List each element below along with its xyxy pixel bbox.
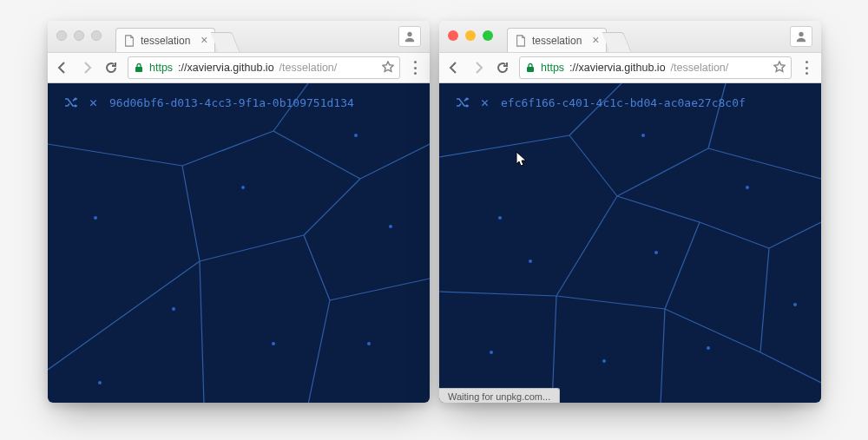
page-favicon-icon [515,35,527,47]
nav-forward-button[interactable] [470,60,486,76]
svg-line-30 [708,148,821,179]
voronoi-canvas[interactable] [48,83,430,403]
svg-point-0 [407,32,411,36]
shuffle-icon[interactable] [63,95,77,109]
svg-line-10 [304,179,360,235]
svg-point-51 [490,351,493,354]
svg-line-37 [700,222,769,248]
svg-point-16 [172,307,175,311]
shuffle-icon[interactable] [455,95,469,109]
svg-point-46 [654,251,658,254]
close-window-icon[interactable] [448,30,458,41]
lock-icon [525,62,536,73]
svg-line-34 [556,296,665,309]
reload-button[interactable] [495,60,510,76]
browser-tab[interactable]: tesselation × [115,28,215,52]
svg-line-31 [556,196,617,296]
bookmark-star-icon[interactable] [773,61,786,76]
bookmark-star-icon[interactable] [382,61,394,76]
svg-point-50 [602,359,606,363]
reload-button[interactable] [103,60,119,76]
url-path: /tesselation/ [279,62,338,74]
menu-kebab-icon[interactable] [800,59,814,76]
svg-point-15 [94,216,97,220]
page-viewport[interactable]: ✕ efc6f166-c401-4c1c-bd04-ac0ae27c8c0f W… [439,83,821,403]
svg-line-42 [661,309,665,403]
svg-line-2 [48,144,182,166]
svg-line-9 [200,235,304,261]
svg-line-40 [760,352,821,383]
svg-point-21 [367,342,371,345]
tab-close-icon[interactable]: × [592,34,599,46]
browser-window-right: tesselation × https ://xaviervia.github.… [439,21,821,403]
svg-line-5 [273,131,360,179]
svg-line-26 [569,83,621,135]
svg-line-11 [304,235,330,300]
stage: tesselation × https ://xaviervia.github.… [0,0,868,440]
address-bar[interactable]: https ://xaviervia.github.io /tesselatio… [519,56,792,79]
nav-back-button[interactable] [55,60,70,76]
url-protocol: https [149,62,173,74]
traffic-lights[interactable] [56,30,102,41]
svg-line-29 [708,83,726,148]
tab-bar: tesselation × [48,21,430,52]
svg-line-36 [617,196,700,222]
svg-line-32 [439,292,556,296]
svg-point-18 [272,342,275,345]
browser-window-left: tesselation × https ://xaviervia.github.… [48,21,430,403]
minimize-window-icon[interactable] [74,30,84,41]
svg-point-43 [498,216,502,220]
svg-rect-24 [527,67,534,72]
svg-line-13 [308,300,330,403]
svg-line-14 [200,261,204,403]
address-bar[interactable]: https ://xaviervia.github.io /tesselatio… [128,56,400,79]
profile-button[interactable] [398,26,421,47]
close-window-icon[interactable] [56,30,67,41]
svg-point-44 [529,259,532,263]
url-path: /tesselation/ [671,62,729,74]
voronoi-canvas[interactable] [439,83,821,403]
session-uuid: 96d06bf6-d013-4cc3-9f1a-0b109751d134 [109,96,354,109]
minimize-window-icon[interactable] [465,30,476,41]
svg-line-28 [617,148,708,196]
svg-line-27 [569,135,617,196]
svg-line-41 [665,309,760,352]
browser-tab[interactable]: tesselation × [507,28,607,52]
page-viewport[interactable]: ✕ 96d06bf6-d013-4cc3-9f1a-0b109751d134 [48,83,430,403]
svg-line-3 [182,131,273,166]
page-favicon-icon [123,35,135,47]
svg-line-39 [760,248,769,352]
svg-line-12 [330,279,430,300]
svg-point-48 [793,303,797,306]
clear-icon[interactable]: ✕ [89,96,97,109]
url-host: ://xaviervia.github.io [178,62,273,74]
session-uuid: efc6f166-c401-4c1c-bd04-ac0ae27c8c0f [501,96,746,109]
url-protocol: https [541,62,564,74]
svg-point-22 [98,381,102,384]
svg-point-45 [641,134,645,137]
status-bar: Waiting for unpkg.com... [439,388,560,403]
tab-close-icon[interactable]: × [201,34,207,46]
svg-point-17 [241,186,245,189]
toolbar: https ://xaviervia.github.io /tesselatio… [48,52,430,83]
svg-point-47 [746,186,749,189]
profile-button[interactable] [790,26,812,47]
svg-line-33 [552,296,556,403]
svg-line-35 [665,222,700,309]
zoom-window-icon[interactable] [483,30,493,41]
clear-icon[interactable]: ✕ [481,96,489,109]
svg-line-6 [360,144,430,179]
zoom-window-icon[interactable] [91,30,102,41]
nav-back-button[interactable] [446,60,462,76]
menu-kebab-icon[interactable] [409,59,423,76]
svg-line-8 [48,261,200,370]
url-host: ://xaviervia.github.io [569,62,665,74]
nav-forward-button[interactable] [79,60,95,76]
svg-point-23 [799,32,803,36]
hud-bar: ✕ efc6f166-c401-4c1c-bd04-ac0ae27c8c0f [455,95,746,109]
traffic-lights[interactable] [448,30,493,41]
lock-icon [134,62,144,73]
tab-title: tesselation [532,35,582,47]
svg-point-20 [389,225,392,228]
svg-line-25 [439,135,569,157]
